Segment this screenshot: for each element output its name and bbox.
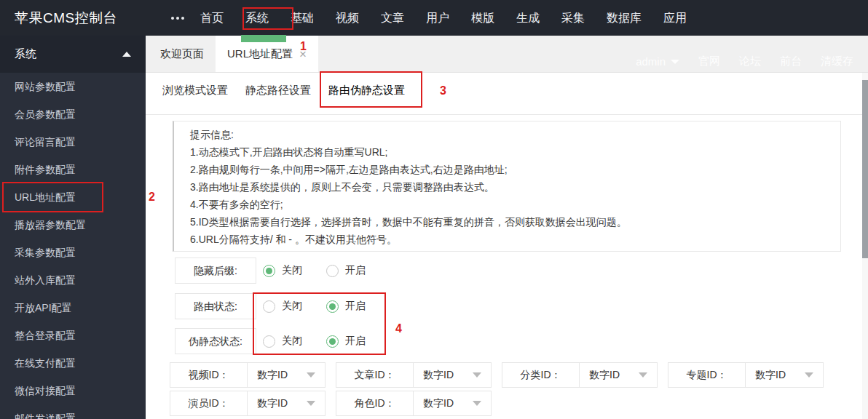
tips-box: 提示信息: 1.动态模式下,开启路由状态将自动重写URL; 2.路由规则每行一条… <box>173 121 841 252</box>
link-clear-cache[interactable]: 清缓存 <box>821 55 853 68</box>
radio-label[interactable]: 关闭 <box>282 335 302 348</box>
field-label: 路由状态: <box>175 293 256 319</box>
subtab-route-rewrite[interactable]: 路由伪静态设置 <box>320 84 414 97</box>
sidebar-item-url-config[interactable]: URL地址配置 <box>0 183 146 211</box>
form-row-rewrite-status: 伪静态状态: 关闭 开启 <box>175 328 868 354</box>
radio-label[interactable]: 开启 <box>345 335 366 348</box>
field-label: 视频ID： <box>170 363 247 387</box>
topnav-item-home[interactable]: 首页 <box>189 0 234 36</box>
app-title[interactable]: 苹果CMS控制台 <box>15 0 117 36</box>
username: admin <box>636 55 666 68</box>
sidebar-item-integrate-login[interactable]: 整合登录配置 <box>0 322 146 349</box>
field-label: 伪静态状态: <box>175 328 256 354</box>
category-id-select[interactable]: 数字ID <box>579 363 657 387</box>
link-official-site[interactable]: 官网 <box>698 55 720 68</box>
radio-label[interactable]: 关闭 <box>282 264 302 277</box>
topnav-item-system[interactable]: 系统 <box>234 0 280 36</box>
tip-line: 4.不要有多余的空行; <box>190 196 824 213</box>
role-id-select[interactable]: 数字ID <box>413 391 491 415</box>
link-frontend[interactable]: 前台 <box>780 55 802 68</box>
radio-option-on[interactable]: 开启 <box>326 335 390 348</box>
sidebar-item-site-params[interactable]: 网站参数配置 <box>0 73 146 100</box>
sidebar-group-header[interactable]: 系统 <box>0 36 146 73</box>
video-id-select[interactable]: 数字ID <box>247 363 325 387</box>
select-value: 数字ID <box>257 369 288 382</box>
select-value: 数字ID <box>755 369 786 382</box>
topnav-item-template[interactable]: 模版 <box>460 0 505 36</box>
id-field-role: 角色ID： 数字ID <box>336 391 492 416</box>
actor-id-select[interactable]: 数字ID <box>247 391 325 415</box>
divider <box>146 114 868 115</box>
radio-off-icon[interactable] <box>263 335 275 348</box>
topnav-item-app[interactable]: 应用 <box>652 0 698 36</box>
radio-label[interactable]: 关闭 <box>282 300 302 313</box>
field-label: 分类ID： <box>502 363 579 387</box>
topnav-item-user[interactable]: 用户 <box>415 0 460 36</box>
radio-off-icon[interactable] <box>263 300 275 313</box>
more-icon[interactable] <box>166 0 189 36</box>
tab-label: URL地址配置 <box>227 47 293 61</box>
sidebar-item-wechat[interactable]: 微信对接配置 <box>0 377 146 404</box>
tab-label: 欢迎页面 <box>160 47 204 61</box>
radio-option-on[interactable]: 开启 <box>326 264 390 277</box>
radio-group-hidden-suffix: 关闭 开启 <box>263 264 390 277</box>
topnav-item-generate[interactable]: 生成 <box>505 0 551 36</box>
topnav-item-video[interactable]: 视频 <box>325 0 370 36</box>
sidebar-item-member-params[interactable]: 会员参数配置 <box>0 100 146 128</box>
topic-id-select[interactable]: 数字ID <box>745 363 823 387</box>
scrollbar-track[interactable] <box>862 73 868 419</box>
subtab-browse-mode[interactable]: 浏览模式设置 <box>154 84 237 97</box>
radio-on-icon[interactable] <box>326 300 339 313</box>
field-label: 文章ID： <box>336 363 413 387</box>
select-value: 数字ID <box>589 369 620 382</box>
sidebar-item-outside-store[interactable]: 站外入库配置 <box>0 266 146 294</box>
topnav-item-collect[interactable]: 采集 <box>551 0 596 36</box>
sidebar-item-player[interactable]: 播放器参数配置 <box>0 211 146 239</box>
collapse-arrow-icon <box>122 52 131 57</box>
subtab-static-path[interactable]: 静态路径设置 <box>237 84 320 97</box>
active-nav-indicator <box>241 35 286 42</box>
user-menu[interactable]: admin <box>636 55 679 68</box>
sidebar-item-attachment[interactable]: 附件参数配置 <box>0 156 146 183</box>
tip-line: 6.URL分隔符支持/ 和 - 。不建议用其他符号。 <box>190 231 824 248</box>
sidebar-item-comment[interactable]: 评论留言配置 <box>0 128 146 156</box>
topnav-item-article[interactable]: 文章 <box>370 0 415 36</box>
close-icon[interactable]: × <box>299 48 307 60</box>
sidebar-item-open-api[interactable]: 开放API配置 <box>0 294 146 322</box>
user-bar: admin 官网 论坛 前台 清缓存 <box>636 55 853 68</box>
article-id-select[interactable]: 数字ID <box>413 363 491 387</box>
id-field-category: 分类ID： 数字ID <box>502 362 658 388</box>
topnav-item-basic[interactable]: 基础 <box>280 0 325 36</box>
radio-option-off[interactable]: 关闭 <box>263 335 326 348</box>
radio-on-icon[interactable] <box>263 265 275 277</box>
radio-option-on[interactable]: 开启 <box>326 300 390 313</box>
subtab-bar: 浏览模式设置 静态路径设置 路由伪静态设置 <box>146 73 868 108</box>
tab-welcome[interactable]: 欢迎页面 <box>151 36 213 72</box>
radio-option-off[interactable]: 关闭 <box>263 300 326 313</box>
radio-label[interactable]: 开启 <box>345 300 366 313</box>
radio-on-icon[interactable] <box>326 335 339 348</box>
topnav-item-database[interactable]: 数据库 <box>596 0 652 36</box>
sidebar: 系统 网站参数配置 会员参数配置 评论留言配置 附件参数配置 URL地址配置 播… <box>0 36 146 419</box>
top-nav: 首页 系统 基础 视频 文章 用户 模版 生成 采集 数据库 应用 <box>166 0 698 36</box>
sidebar-item-mail[interactable]: 邮件发送配置 <box>0 404 146 419</box>
id-field-video: 视频ID： 数字ID <box>170 362 326 388</box>
radio-option-off[interactable]: 关闭 <box>263 264 326 277</box>
field-label: 角色ID： <box>336 391 413 415</box>
id-row: 演员ID： 数字ID 角色ID： 数字ID <box>170 391 868 416</box>
scrollbar-thumb[interactable] <box>862 80 868 258</box>
radio-label[interactable]: 开启 <box>345 264 366 277</box>
chevron-down-icon <box>307 372 315 378</box>
link-forum[interactable]: 论坛 <box>739 55 761 68</box>
form-row-route-status: 路由状态: 关闭 开启 <box>175 293 868 319</box>
main-area: 欢迎页面 URL地址配置 × admin 官网 论坛 前台 清缓存 浏览模式设置… <box>146 36 868 419</box>
radio-off-icon[interactable] <box>326 265 339 277</box>
app-window: 苹果CMS控制台 首页 系统 基础 视频 文章 用户 模版 生成 采集 数据库 … <box>0 0 868 419</box>
select-value: 数字ID <box>423 369 454 382</box>
sidebar-item-collect-params[interactable]: 采集参数配置 <box>0 239 146 266</box>
chevron-down-icon <box>639 372 647 378</box>
id-field-article: 文章ID： 数字ID <box>336 362 492 388</box>
sidebar-item-online-pay[interactable]: 在线支付配置 <box>0 349 146 377</box>
sidebar-group-title: 系统 <box>15 47 36 61</box>
select-value: 数字ID <box>257 397 288 410</box>
